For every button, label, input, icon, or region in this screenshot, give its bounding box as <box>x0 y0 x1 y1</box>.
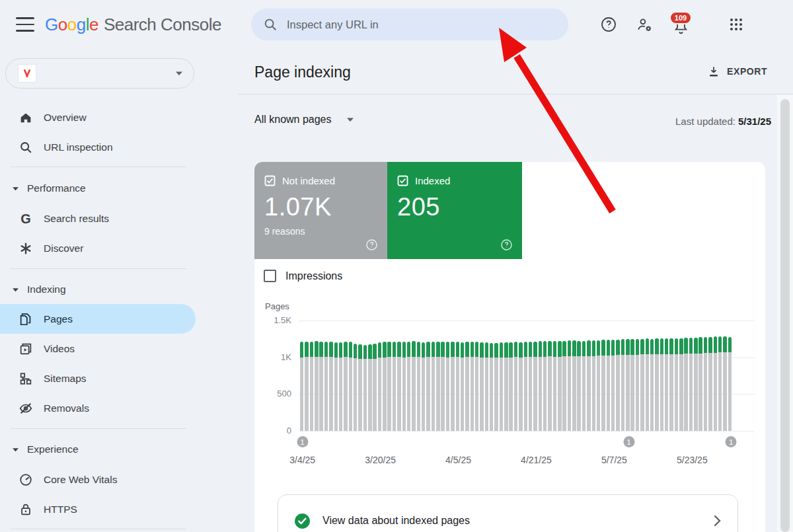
chart-annotation-marker[interactable]: 1 <box>623 436 634 447</box>
chart-bar[interactable] <box>500 342 504 431</box>
chart-bar[interactable] <box>650 339 655 431</box>
chart-bar[interactable] <box>358 344 363 431</box>
chart-bar[interactable] <box>349 342 354 431</box>
chart-bar[interactable] <box>422 342 426 431</box>
chart-bar[interactable] <box>524 342 529 431</box>
chart-bar[interactable] <box>368 344 373 431</box>
chart-bar[interactable] <box>441 342 445 431</box>
chart-bar[interactable] <box>324 342 329 431</box>
chart-bar[interactable] <box>485 342 490 431</box>
chart-bar[interactable] <box>319 342 324 431</box>
chart-bar[interactable] <box>539 341 543 431</box>
chart-bar[interactable] <box>315 341 319 431</box>
chart-bar[interactable] <box>669 338 674 431</box>
chart-bar[interactable] <box>640 339 645 431</box>
chart-bar[interactable] <box>718 336 723 431</box>
chart-bar[interactable] <box>592 340 597 431</box>
chart-bar[interactable] <box>417 342 422 431</box>
chart-bar[interactable] <box>393 342 397 431</box>
chart-bar[interactable] <box>329 342 334 431</box>
chart-bar[interactable] <box>397 342 402 431</box>
chart-bar[interactable] <box>675 338 679 431</box>
sidebar-item-pages[interactable]: Pages <box>0 304 196 334</box>
chart-bar[interactable] <box>300 342 305 431</box>
chart-bar[interactable] <box>412 341 416 431</box>
chart-bar[interactable] <box>426 342 431 431</box>
chart-bar[interactable] <box>582 341 587 431</box>
chart-bar[interactable] <box>533 342 538 431</box>
chart-bar[interactable] <box>504 342 509 431</box>
chart-bar[interactable] <box>514 342 519 431</box>
reasons-link[interactable]: 9 reasons <box>264 226 377 237</box>
checkbox-unchecked-icon[interactable] <box>264 270 276 282</box>
page-filter-dropdown[interactable]: All known pages <box>254 114 354 126</box>
chart-bar[interactable] <box>519 342 523 431</box>
chart-bar[interactable] <box>432 342 436 431</box>
sidebar-section-performance[interactable]: Performance <box>0 175 196 202</box>
property-selector[interactable] <box>5 58 194 89</box>
user-settings-button[interactable] <box>636 17 652 32</box>
help-button[interactable] <box>601 17 617 32</box>
indexed-card[interactable]: Indexed 205 <box>387 162 522 259</box>
chart-bar[interactable] <box>728 337 733 431</box>
sidebar-item-videos[interactable]: Videos <box>0 334 196 363</box>
help-icon[interactable] <box>365 239 378 251</box>
chart-bar[interactable] <box>694 338 699 431</box>
chart-bar[interactable] <box>387 342 392 431</box>
chart-bar[interactable] <box>699 337 703 431</box>
chart-bar[interactable] <box>684 338 689 431</box>
chart-bar[interactable] <box>572 340 577 431</box>
chart-bar[interactable] <box>363 345 368 431</box>
chart-bar[interactable] <box>587 340 591 431</box>
chart-bar[interactable] <box>558 341 562 431</box>
chart-bar[interactable] <box>708 337 713 431</box>
view-indexed-data-link[interactable]: View data about indexed pages <box>278 494 738 532</box>
chart-bar[interactable] <box>636 339 640 431</box>
sidebar-item-https[interactable]: HTTPS <box>0 494 196 524</box>
sidebar-item-url-inspection[interactable]: URL inspection <box>0 132 196 162</box>
chart-bar[interactable] <box>553 341 558 431</box>
chart-bar[interactable] <box>597 340 601 431</box>
chart-bar[interactable] <box>577 341 582 431</box>
chart-bar[interactable] <box>626 339 630 431</box>
url-inspect-search-input[interactable]: Inspect any URL in <box>251 9 568 40</box>
chart-bar[interactable] <box>373 344 377 431</box>
apps-grid-button[interactable] <box>728 17 744 32</box>
chart-bar[interactable] <box>490 343 494 431</box>
chart-bar[interactable] <box>665 338 669 431</box>
chart-bar[interactable] <box>529 342 533 431</box>
sidebar-section-experience[interactable]: Experience <box>0 436 196 463</box>
chart-bar[interactable] <box>689 338 694 431</box>
checkbox-checked-icon[interactable] <box>264 175 276 186</box>
chart-annotation-marker[interactable]: 1 <box>297 436 308 447</box>
help-icon[interactable] <box>500 239 513 251</box>
chart-bar[interactable] <box>616 340 621 431</box>
sidebar-item-search-results[interactable]: G Search results <box>0 204 196 233</box>
sidebar-item-removals[interactable]: Removals <box>0 393 196 423</box>
chart-bar[interactable] <box>601 340 606 431</box>
chart-bar[interactable] <box>646 338 650 431</box>
chart-bar[interactable] <box>480 342 484 431</box>
chart-bar[interactable] <box>461 342 465 431</box>
chart-bar[interactable] <box>543 341 548 431</box>
scrollbar-thumb[interactable] <box>780 99 790 532</box>
chart-bar[interactable] <box>334 342 339 431</box>
chart-bar[interactable] <box>562 341 567 431</box>
chart-bar[interactable] <box>494 343 499 431</box>
chart-bar[interactable] <box>679 338 684 432</box>
chart-bar[interactable] <box>607 340 611 431</box>
chart-bar[interactable] <box>339 342 344 431</box>
chart-bar[interactable] <box>548 341 552 431</box>
chart-bar[interactable] <box>611 340 616 431</box>
chart-bar[interactable] <box>568 340 572 431</box>
sidebar-item-sitemaps[interactable]: Sitemaps <box>0 363 196 393</box>
menu-hamburger-button[interactable] <box>16 17 34 32</box>
chart-bar[interactable] <box>344 342 348 431</box>
chart-bar[interactable] <box>509 342 513 431</box>
sidebar-item-core-web-vitals[interactable]: Core Web Vitals <box>0 465 196 494</box>
chart-bar[interactable] <box>446 342 451 431</box>
chart-bar[interactable] <box>383 342 387 431</box>
chart-bar[interactable] <box>378 342 383 431</box>
chart-bar[interactable] <box>714 336 718 431</box>
chart-bar[interactable] <box>660 338 665 431</box>
